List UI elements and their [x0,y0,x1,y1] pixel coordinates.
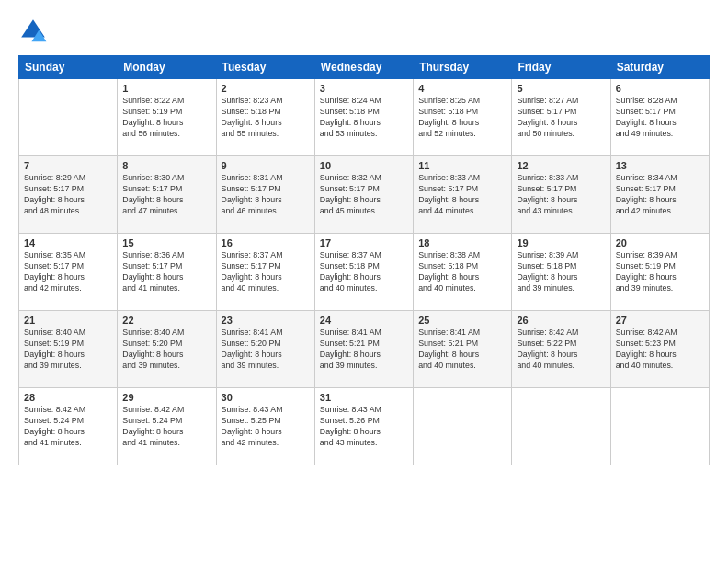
calendar-cell: 18Sunrise: 8:38 AM Sunset: 5:18 PM Dayli… [414,234,512,311]
day-number: 13 [616,160,704,171]
calendar-cell: 16Sunrise: 8:37 AM Sunset: 5:17 PM Dayli… [216,234,314,311]
calendar-cell: 29Sunrise: 8:42 AM Sunset: 5:24 PM Dayli… [118,388,216,465]
day-info: Sunrise: 8:30 AM Sunset: 5:17 PM Dayligh… [122,173,210,217]
day-number: 11 [418,160,506,171]
calendar-cell: 3Sunrise: 8:24 AM Sunset: 5:18 PM Daylig… [314,79,413,156]
day-number: 20 [616,237,704,248]
day-number: 24 [320,315,408,326]
day-info: Sunrise: 8:28 AM Sunset: 5:17 PM Dayligh… [616,96,704,140]
day-info: Sunrise: 8:38 AM Sunset: 5:18 PM Dayligh… [418,250,506,294]
calendar-cell: 1Sunrise: 8:22 AM Sunset: 5:19 PM Daylig… [118,79,216,156]
calendar-cell: 12Sunrise: 8:33 AM Sunset: 5:17 PM Dayli… [512,156,610,234]
calendar-cell: 6Sunrise: 8:28 AM Sunset: 5:17 PM Daylig… [610,79,709,156]
calendar-cell: 21Sunrise: 8:40 AM Sunset: 5:19 PM Dayli… [19,311,118,388]
calendar-cell: 5Sunrise: 8:27 AM Sunset: 5:17 PM Daylig… [512,79,610,156]
day-info: Sunrise: 8:42 AM Sunset: 5:23 PM Dayligh… [616,327,704,372]
calendar-cell: 24Sunrise: 8:41 AM Sunset: 5:21 PM Dayli… [314,311,413,388]
calendar-cell: 20Sunrise: 8:39 AM Sunset: 5:19 PM Dayli… [610,234,709,311]
calendar-cell: 23Sunrise: 8:41 AM Sunset: 5:20 PM Dayli… [216,311,314,388]
calendar-cell: 31Sunrise: 8:43 AM Sunset: 5:26 PM Dayli… [314,388,413,465]
calendar-cell: 9Sunrise: 8:31 AM Sunset: 5:17 PM Daylig… [216,156,314,234]
day-info: Sunrise: 8:36 AM Sunset: 5:17 PM Dayligh… [122,250,210,294]
day-number: 31 [320,392,408,403]
day-info: Sunrise: 8:29 AM Sunset: 5:17 PM Dayligh… [24,173,112,217]
day-number: 3 [320,83,408,94]
day-info: Sunrise: 8:41 AM Sunset: 5:20 PM Dayligh… [222,327,310,372]
calendar-week-row: 1Sunrise: 8:22 AM Sunset: 5:19 PM Daylig… [19,79,710,156]
calendar-cell: 7Sunrise: 8:29 AM Sunset: 5:17 PM Daylig… [19,156,118,234]
day-number: 26 [517,315,605,326]
calendar-cell: 15Sunrise: 8:36 AM Sunset: 5:17 PM Dayli… [118,234,216,311]
weekday-header-saturday: Saturday [610,56,709,79]
calendar-cell: 11Sunrise: 8:33 AM Sunset: 5:17 PM Dayli… [414,156,512,234]
calendar-cell: 25Sunrise: 8:41 AM Sunset: 5:21 PM Dayli… [414,311,512,388]
calendar-cell: 4Sunrise: 8:25 AM Sunset: 5:18 PM Daylig… [414,79,512,156]
calendar-cell [19,79,118,156]
weekday-header-tuesday: Tuesday [216,56,314,79]
weekday-header-wednesday: Wednesday [314,56,413,79]
calendar-week-row: 7Sunrise: 8:29 AM Sunset: 5:17 PM Daylig… [19,156,710,234]
day-number: 28 [24,392,112,403]
day-number: 18 [418,237,506,248]
calendar-cell [512,388,610,465]
calendar-cell: 8Sunrise: 8:30 AM Sunset: 5:17 PM Daylig… [118,156,216,234]
day-number: 19 [517,237,605,248]
day-info: Sunrise: 8:42 AM Sunset: 5:24 PM Dayligh… [122,405,210,449]
calendar-cell: 26Sunrise: 8:42 AM Sunset: 5:22 PM Dayli… [512,311,610,388]
day-number: 27 [616,315,704,326]
calendar-cell: 27Sunrise: 8:42 AM Sunset: 5:23 PM Dayli… [610,311,709,388]
calendar-cell: 22Sunrise: 8:40 AM Sunset: 5:20 PM Dayli… [118,311,216,388]
day-number: 7 [24,160,112,171]
calendar-cell: 17Sunrise: 8:37 AM Sunset: 5:18 PM Dayli… [314,234,413,311]
day-number: 29 [122,392,210,403]
day-info: Sunrise: 8:40 AM Sunset: 5:20 PM Dayligh… [122,327,210,372]
day-number: 5 [517,83,605,94]
day-number: 9 [222,160,310,171]
day-number: 22 [122,315,210,326]
calendar-cell [414,388,512,465]
day-number: 12 [517,160,605,171]
day-info: Sunrise: 8:34 AM Sunset: 5:17 PM Dayligh… [616,173,704,217]
day-info: Sunrise: 8:37 AM Sunset: 5:17 PM Dayligh… [222,250,310,294]
day-number: 25 [418,315,506,326]
day-number: 17 [320,237,408,248]
day-info: Sunrise: 8:33 AM Sunset: 5:17 PM Dayligh… [517,173,605,217]
day-number: 8 [122,160,210,171]
day-info: Sunrise: 8:35 AM Sunset: 5:17 PM Dayligh… [24,250,112,294]
weekday-header-row: SundayMondayTuesdayWednesdayThursdayFrid… [19,56,710,79]
day-info: Sunrise: 8:41 AM Sunset: 5:21 PM Dayligh… [418,327,506,372]
calendar: SundayMondayTuesdayWednesdayThursdayFrid… [18,55,710,465]
day-info: Sunrise: 8:42 AM Sunset: 5:22 PM Dayligh… [517,327,605,372]
header [18,17,710,46]
day-info: Sunrise: 8:41 AM Sunset: 5:21 PM Dayligh… [320,327,408,372]
calendar-week-row: 14Sunrise: 8:35 AM Sunset: 5:17 PM Dayli… [19,234,710,311]
calendar-cell: 2Sunrise: 8:23 AM Sunset: 5:18 PM Daylig… [216,79,314,156]
weekday-header-monday: Monday [118,56,216,79]
day-number: 16 [222,237,310,248]
page: SundayMondayTuesdayWednesdayThursdayFrid… [0,0,728,563]
day-info: Sunrise: 8:43 AM Sunset: 5:25 PM Dayligh… [222,405,310,449]
calendar-week-row: 21Sunrise: 8:40 AM Sunset: 5:19 PM Dayli… [19,311,710,388]
calendar-cell [610,388,709,465]
day-number: 6 [616,83,704,94]
weekday-header-friday: Friday [512,56,610,79]
day-info: Sunrise: 8:27 AM Sunset: 5:17 PM Dayligh… [517,96,605,140]
day-number: 14 [24,237,112,248]
day-number: 30 [222,392,310,403]
day-number: 15 [122,237,210,248]
weekday-header-thursday: Thursday [414,56,512,79]
day-info: Sunrise: 8:22 AM Sunset: 5:19 PM Dayligh… [122,96,210,140]
weekday-header-sunday: Sunday [19,56,118,79]
calendar-cell: 14Sunrise: 8:35 AM Sunset: 5:17 PM Dayli… [19,234,118,311]
day-info: Sunrise: 8:25 AM Sunset: 5:18 PM Dayligh… [418,96,506,140]
day-info: Sunrise: 8:24 AM Sunset: 5:18 PM Dayligh… [320,96,408,140]
day-number: 10 [320,160,408,171]
day-info: Sunrise: 8:31 AM Sunset: 5:17 PM Dayligh… [222,173,310,217]
logo [18,17,51,46]
day-info: Sunrise: 8:37 AM Sunset: 5:18 PM Dayligh… [320,250,408,294]
day-number: 2 [222,83,310,94]
calendar-cell: 10Sunrise: 8:32 AM Sunset: 5:17 PM Dayli… [314,156,413,234]
day-info: Sunrise: 8:32 AM Sunset: 5:17 PM Dayligh… [320,173,408,217]
day-number: 21 [24,315,112,326]
day-info: Sunrise: 8:23 AM Sunset: 5:18 PM Dayligh… [222,96,310,140]
